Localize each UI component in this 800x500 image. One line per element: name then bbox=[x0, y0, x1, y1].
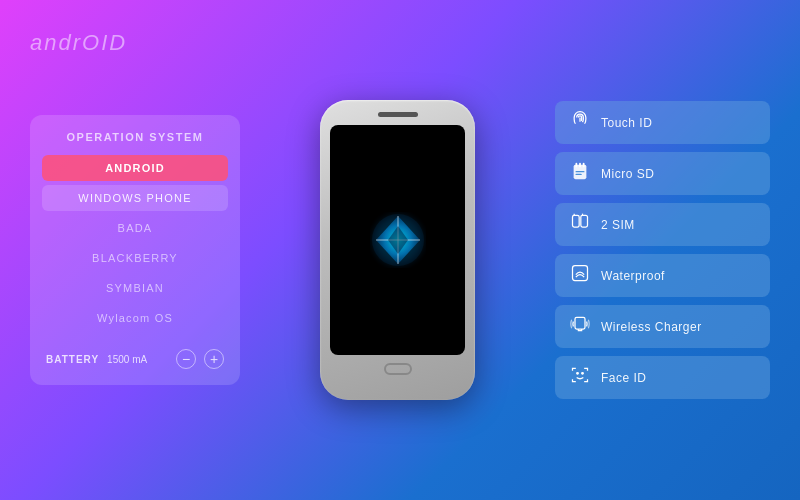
two-sim-label: 2 SIM bbox=[601, 218, 635, 232]
battery-increase-button[interactable]: + bbox=[204, 349, 224, 369]
os-item-blackberry[interactable]: BLACKBERRY bbox=[42, 245, 228, 271]
svg-rect-9 bbox=[575, 171, 584, 172]
phone-speaker bbox=[378, 112, 418, 117]
feature-2sim[interactable]: 2 SIM bbox=[555, 203, 770, 246]
svg-rect-6 bbox=[575, 163, 577, 168]
face-id-icon bbox=[569, 365, 591, 390]
sd-icon bbox=[569, 161, 591, 186]
waterproof-label: Waterproof bbox=[601, 269, 665, 283]
os-item-wylacom[interactable]: Wylacom OS bbox=[42, 305, 228, 331]
svg-rect-12 bbox=[581, 215, 588, 227]
left-panel: OPERATION SYSTEM ANDROID WINDOWS PHONE B… bbox=[30, 115, 240, 385]
battery-value: 1500 mA bbox=[107, 354, 147, 365]
feature-touch-id[interactable]: Touch ID bbox=[555, 101, 770, 144]
fingerprint-icon bbox=[569, 110, 591, 135]
micro-sd-label: Micro SD bbox=[601, 167, 654, 181]
wireless-charger-label: Wireless Charger bbox=[601, 320, 702, 334]
svg-rect-13 bbox=[573, 266, 588, 281]
os-item-windows[interactable]: WINDOWS PHONE bbox=[42, 185, 228, 211]
os-item-android[interactable]: ANDROID bbox=[42, 155, 228, 181]
svg-rect-8 bbox=[583, 163, 585, 168]
feature-micro-sd[interactable]: Micro SD bbox=[555, 152, 770, 195]
battery-row: BATTERY 1500 mA − + bbox=[42, 349, 228, 369]
sim-icon bbox=[569, 212, 591, 237]
os-item-bada[interactable]: BADA bbox=[42, 215, 228, 241]
right-panel: Touch ID Micro SD 2 SIM bbox=[555, 101, 770, 399]
svg-point-15 bbox=[577, 373, 579, 375]
phone-screen bbox=[330, 125, 465, 355]
panel-title: OPERATION SYSTEM bbox=[42, 131, 228, 143]
wireless-charger-icon bbox=[569, 314, 591, 339]
touch-id-label: Touch ID bbox=[601, 116, 652, 130]
svg-rect-10 bbox=[575, 174, 581, 175]
svg-point-16 bbox=[582, 373, 584, 375]
face-id-label: Face ID bbox=[601, 371, 647, 385]
svg-rect-11 bbox=[573, 215, 580, 227]
svg-rect-14 bbox=[575, 317, 585, 329]
os-item-symbian[interactable]: SYMBIAN bbox=[42, 275, 228, 301]
phone-home-button[interactable] bbox=[384, 363, 412, 375]
battery-label: BATTERY bbox=[46, 354, 99, 365]
feature-wireless-charger[interactable]: Wireless Charger bbox=[555, 305, 770, 348]
center-panel bbox=[240, 100, 555, 400]
svg-rect-7 bbox=[579, 163, 581, 168]
feature-waterproof[interactable]: Waterproof bbox=[555, 254, 770, 297]
battery-decrease-button[interactable]: − bbox=[176, 349, 196, 369]
phone-device bbox=[320, 100, 475, 400]
app-title: andrOID bbox=[30, 30, 127, 56]
feature-face-id[interactable]: Face ID bbox=[555, 356, 770, 399]
phone-logo bbox=[370, 212, 426, 268]
water-icon bbox=[569, 263, 591, 288]
